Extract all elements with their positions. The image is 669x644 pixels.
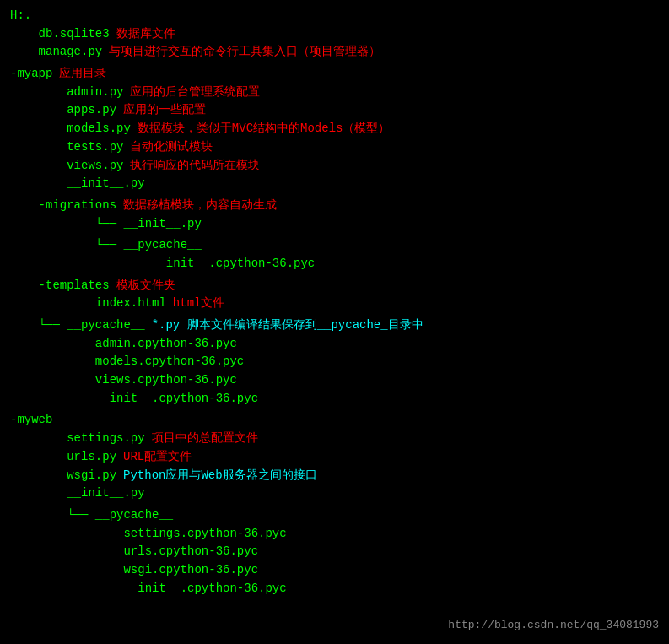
tree-line: settings.cpython-36.pyc [10, 525, 659, 544]
file-name: templates [46, 277, 110, 295]
file-tree-container: H:. db.sqlite3数据库文件 manage.py与项目进行交互的命令行… [10, 7, 659, 598]
tree-line: __init__.cpython-36.pyc [10, 255, 659, 273]
indent-space [10, 255, 152, 273]
indent-space [10, 215, 95, 234]
indent-space [10, 448, 67, 467]
tree-line: -myweb [10, 411, 659, 430]
annotation-text: html文件 [173, 295, 225, 313]
tree-line: └── __pycache__ [10, 236, 659, 255]
indent-space [10, 175, 67, 193]
tree-line: admin.cpython-36.pyc [10, 335, 659, 354]
file-name: __pycache__ [60, 317, 145, 335]
file-name: __init__.cpython-36.pyc [95, 390, 258, 409]
tree-line: wsgi.pyPython应用与Web服务器之间的接口 [10, 467, 659, 485]
indent-space [10, 506, 67, 525]
annotation-text: 与项目进行交互的命令行工具集入口（项目管理器） [109, 43, 380, 62]
indent-space [10, 543, 123, 561]
file-name: models.cpython-36.pyc [95, 353, 244, 371]
tree-line: urls.cpython-36.pyc [10, 543, 659, 561]
tree-line: -templates模板文件夹 [10, 277, 659, 295]
tree-line: __init__.py [10, 484, 659, 503]
file-name: wsgi.py [67, 467, 116, 485]
tree-prefix: └── [67, 506, 88, 525]
file-name: manage.py [39, 43, 103, 62]
annotation-text: 应用的后台管理系统配置 [130, 84, 260, 102]
annotation-text: 数据模块，类似于MVC结构中的Models（模型） [138, 120, 391, 138]
indent-space [10, 525, 123, 544]
tree-line: manage.py与项目进行交互的命令行工具集入口（项目管理器） [10, 43, 659, 62]
file-name: __init__.py [67, 175, 144, 193]
indent-space [10, 25, 39, 44]
tree-line: db.sqlite3数据库文件 [10, 25, 659, 44]
indent-space [10, 120, 67, 138]
file-name: __pycache__ [116, 236, 202, 255]
indent-space [10, 197, 39, 215]
indent-space [10, 157, 67, 176]
tree-prefix: └── [95, 236, 116, 255]
file-name: myweb [17, 411, 52, 430]
file-name: urls.py [67, 448, 116, 467]
tree-line: └── __pycache__ [10, 506, 659, 525]
tree-line: views.py执行响应的代码所在模块 [10, 157, 659, 176]
tree-prefix: - [39, 277, 46, 295]
watermark-text: http://blog.csdn.net/qq_34081993 [448, 617, 659, 634]
file-name: settings.py [67, 430, 144, 448]
file-name: urls.cpython-36.pyc [123, 543, 258, 561]
tree-prefix: └── [95, 215, 116, 234]
file-name: settings.cpython-36.pyc [123, 525, 286, 544]
tree-prefix: └── [39, 317, 60, 335]
file-name: tests.py [67, 138, 123, 157]
indent-space [10, 390, 95, 409]
file-name: __init__.cpython-36.pyc [123, 580, 286, 598]
indent-space [10, 295, 95, 313]
tree-line: views.cpython-36.pyc [10, 371, 659, 390]
tree-line: models.cpython-36.pyc [10, 353, 659, 371]
tree-line: __init__.cpython-36.pyc [10, 390, 659, 409]
tree-line: admin.py应用的后台管理系统配置 [10, 84, 659, 102]
annotation-text: 项目中的总配置文件 [152, 430, 258, 448]
tree-line: index.htmlhtml文件 [10, 295, 659, 313]
indent-space [10, 236, 95, 255]
annotation-text: Python应用与Web服务器之间的接口 [123, 467, 317, 485]
tree-prefix: - [10, 411, 17, 430]
file-name: myapp [17, 65, 52, 84]
file-name: views.cpython-36.pyc [95, 371, 237, 390]
annotation-text: 数据库文件 [116, 25, 175, 44]
annotation-text: URL配置文件 [123, 448, 192, 467]
file-name: __init__.cpython-36.pyc [152, 255, 315, 273]
tree-line: tests.py自动化测试模块 [10, 138, 659, 157]
tree-line: └── __init__.py [10, 215, 659, 234]
file-name: admin.py [67, 84, 123, 102]
tree-line: apps.py应用的一些配置 [10, 101, 659, 120]
tree-line: __init__.cpython-36.pyc [10, 580, 659, 598]
file-name: admin.cpython-36.pyc [95, 335, 237, 354]
tree-line: └── __pycache__*.py 脚本文件编译结果保存到__pycache… [10, 317, 659, 335]
indent-space [10, 277, 39, 295]
file-name: wsgi.cpython-36.pyc [123, 561, 258, 580]
tree-line: models.py数据模块，类似于MVC结构中的Models（模型） [10, 120, 659, 138]
annotation-text: 模板文件夹 [116, 277, 175, 295]
indent-space [10, 84, 67, 102]
indent-space [10, 580, 123, 598]
indent-space [10, 101, 67, 120]
file-name: __init__.py [67, 484, 144, 503]
tree-prefix: - [10, 65, 17, 84]
tree-line: -myapp应用目录 [10, 65, 659, 84]
indent-space [10, 467, 67, 485]
tree-line: __init__.py [10, 175, 659, 193]
file-name: models.py [67, 120, 131, 138]
indent-space [10, 561, 123, 580]
annotation-text: *.py 脚本文件编译结果保存到__pycache_目录中 [152, 317, 424, 335]
indent-space [10, 484, 67, 503]
file-name: db.sqlite3 [39, 25, 110, 44]
annotation-text: 执行响应的代码所在模块 [130, 157, 260, 176]
annotation-text: 自动化测试模块 [130, 138, 213, 157]
file-name: __init__.py [116, 215, 202, 234]
annotation-text: 应用的一些配置 [123, 101, 206, 120]
indent-space [10, 353, 95, 371]
indent-space [10, 43, 39, 62]
file-name: __pycache__ [88, 506, 173, 525]
tree-line: wsgi.cpython-36.pyc [10, 561, 659, 580]
indent-space [10, 430, 67, 448]
tree-line: settings.py项目中的总配置文件 [10, 430, 659, 448]
